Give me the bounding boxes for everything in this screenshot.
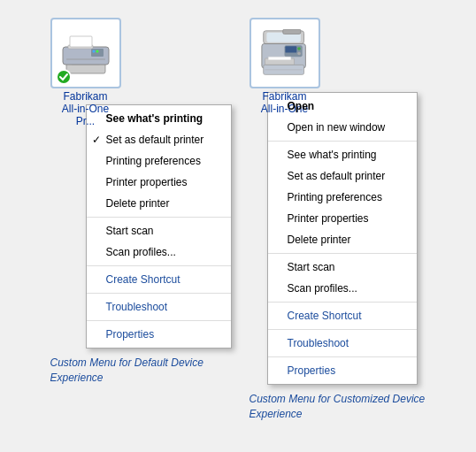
printer-icon-right [258,29,311,78]
left-menu-item-printer-props[interactable]: Printer properties [87,172,231,193]
right-menu-item-open[interactable]: Open [268,96,417,117]
left-menu-item-set-default[interactable]: Set as default printer [87,129,231,150]
right-menu-item-see-whats-printing[interactable]: See what's printing [268,144,417,165]
left-menu-item-scan-profiles[interactable]: Scan profiles... [87,241,231,263]
main-container: FabrikamAll-in-OnePr... See what's print… [33,9,444,431]
right-menu-item-troubleshoot[interactable]: Troubleshoot [268,333,417,354]
right-menu-item-create-shortcut[interactable]: Create Shortcut [268,305,417,326]
left-separator-1 [87,217,231,218]
left-separator-3 [87,293,231,294]
left-menu-item-see-whats-printing[interactable]: See what's printing [87,108,231,129]
svg-point-17 [297,51,301,55]
right-device-icon-box [250,18,320,88]
left-menu-item-create-shortcut[interactable]: Create Shortcut [87,269,231,290]
right-panel: FabrikamAll-in-One Open Open in new wind… [250,18,426,422]
svg-rect-19 [268,57,291,60]
svg-point-7 [96,50,98,52]
right-separator-4 [268,356,417,357]
left-menu-item-delete-printer[interactable]: Delete printer [87,193,231,214]
right-separator-3 [268,329,417,330]
right-menu-item-start-scan[interactable]: Start scan [268,257,417,278]
right-separator-2 [268,302,417,303]
left-separator-2 [87,265,231,266]
default-checkmark [56,69,72,85]
left-menu-item-troubleshoot[interactable]: Troubleshoot [87,296,231,318]
left-menu-item-printing-prefs[interactable]: Printing preferences [87,150,231,172]
left-context-menu: See what's printing Set as default print… [86,104,232,349]
left-caption: Custom Menu for Default Device Experienc… [50,356,227,386]
right-menu-item-scan-profiles[interactable]: Scan profiles... [268,278,417,299]
right-separator-0 [268,141,417,142]
right-menu-item-set-default[interactable]: Set as default printer [268,165,417,187]
right-menu-item-printing-prefs[interactable]: Printing preferences [268,187,417,208]
right-context-menu: Open Open in new window See what's print… [267,92,418,385]
left-menu-item-start-scan[interactable]: Start scan [87,220,231,241]
left-menu-item-properties[interactable]: Properties [87,324,231,345]
svg-rect-15 [285,46,296,52]
left-separator-4 [87,320,231,321]
svg-rect-12 [282,29,300,34]
left-device-icon-box [50,18,121,88]
svg-rect-4 [70,36,92,47]
right-menu-item-open-new-window[interactable]: Open in new window [268,117,417,138]
right-caption: Custom Menu for Customized Device Experi… [250,392,426,422]
left-panel: FabrikamAll-in-OnePr... See what's print… [50,18,232,386]
right-menu-item-delete-printer[interactable]: Delete printer [268,229,417,250]
right-separator-1 [268,253,417,254]
svg-point-6 [92,50,95,52]
svg-point-16 [297,47,301,50]
right-menu-item-properties[interactable]: Properties [268,360,417,381]
right-menu-item-printer-props[interactable]: Printer properties [268,208,417,229]
